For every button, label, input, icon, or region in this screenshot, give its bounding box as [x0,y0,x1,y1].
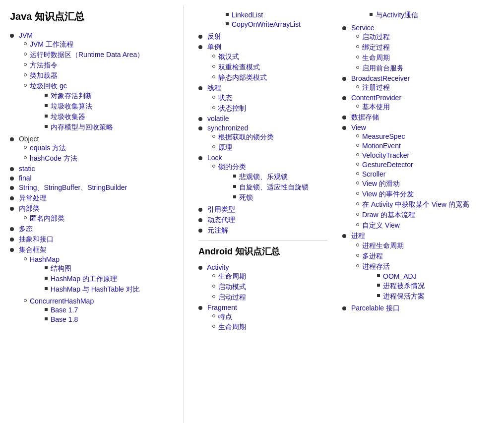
item-link[interactable]: View [351,123,366,131]
item-link[interactable]: 饿汉式 [218,53,239,61]
item-link[interactable]: 抽象和接口 [19,235,54,243]
left-title: Java 知识点汇总 [10,10,178,23]
item-link[interactable]: 结构图 [51,264,71,273]
list-item: 异常处理 [10,194,178,203]
item-link[interactable]: 匿名内部类 [30,214,64,223]
item-link[interactable]: 启用前台服务 [362,64,404,73]
bullet-icon [45,277,48,280]
item-link[interactable]: 绑定过程 [362,43,390,52]
item-link[interactable]: 数据存储 [351,113,379,121]
item-link[interactable]: 悲观锁、乐观锁 [239,173,288,181]
item-link[interactable]: 内部类 [19,204,40,212]
item-link[interactable]: 生命周期 [218,272,246,281]
item-link[interactable]: 垃圾收集器 [51,113,85,121]
item-link[interactable]: 进程生命周期 [362,242,404,250]
item-link[interactable]: 多进程 [362,252,383,261]
item-link[interactable]: 状态控制 [218,104,246,113]
bullet-icon [356,243,359,246]
item-link[interactable]: 元注解 [207,226,228,234]
bullet-icon [212,145,215,148]
item-link[interactable]: 启动过程 [218,293,246,302]
item-link[interactable]: 内存模型与回收策略 [51,123,113,132]
item-link[interactable]: 反射 [207,32,221,40]
item-link[interactable]: HashMap 与 HashTable 对比 [51,285,140,294]
bullet-icon [24,146,27,149]
item-link[interactable]: Draw 的基本流程 [362,211,415,220]
item-link[interactable]: MotionEvent [362,142,401,150]
item-link[interactable]: GestureDetector [362,161,413,169]
bullet-icon [356,153,359,156]
item-link[interactable]: 单例 [207,43,221,51]
item-link[interactable]: 类加载器 [30,71,58,80]
item-link[interactable]: Fragment [207,303,237,311]
item-link[interactable]: 对象存活判断 [51,92,92,101]
bullet-icon [45,94,48,97]
item-link[interactable]: volatile [207,115,229,122]
item-link[interactable]: 动态代理 [207,216,235,224]
bullet-icon [10,238,14,242]
left-list: JVM JVM 工作流程 运行时数据区（Runtime Data Area） 方… [10,31,178,325]
item-link[interactable]: 进程被杀情况 [383,282,425,291]
item-link[interactable]: Parcelable 接口 [351,304,400,312]
item-link[interactable]: synchronized [207,124,249,132]
item-link[interactable]: VelocityTracker [362,151,409,159]
item-link[interactable]: 原理 [218,143,232,152]
item-link[interactable]: 线程 [207,84,221,92]
item-link[interactable]: hashCode 方法 [30,154,77,163]
item-link[interactable]: 与Activity通信 [376,11,418,20]
item-link[interactable]: HashMap 的工作原理 [51,275,117,284]
item-link[interactable]: 在 Activity 中获取某个 View 的宽高 [362,200,469,209]
item-link[interactable]: 进程保活方案 [383,292,425,301]
bullet-icon [356,66,359,69]
item-link[interactable]: Scroller [362,170,385,178]
item-link[interactable]: 状态 [218,94,232,103]
item-link[interactable]: 方法指令 [30,61,58,70]
item-link[interactable]: ContentProvider [351,94,401,102]
item-link[interactable]: 运行时数据区（Runtime Data Area） [30,51,144,60]
item-link[interactable]: 进程 [351,232,365,240]
item-link[interactable]: 自定义 View [362,221,400,230]
item-link[interactable]: 启动过程 [362,33,390,42]
item-link[interactable]: 生命周期 [218,323,246,332]
item-link[interactable]: LinkedList [232,11,263,19]
item-link[interactable]: 特点 [218,312,232,321]
item-link[interactable]: 锁的分类 [218,163,246,171]
item-link[interactable]: 注册过程 [362,83,390,92]
list-item: 静态内部类模式 [212,73,327,82]
item-link[interactable]: Base 1.7 [51,306,78,314]
item-link[interactable]: static [19,165,35,173]
item-link[interactable]: View 的滑动 [362,180,400,188]
item-link[interactable]: View 的事件分发 [362,190,414,199]
item-link[interactable]: 多态 [19,225,33,233]
item-link[interactable]: MeasureSpec [362,132,405,140]
item-link[interactable]: 异常处理 [19,194,47,202]
item-link[interactable]: 根据获取的锁分类 [218,133,274,142]
item-link[interactable]: HashMap [30,255,60,263]
item-link[interactable]: 双重检查模式 [218,63,260,72]
item-link[interactable]: JVM 工作流程 [30,40,73,49]
service-link[interactable]: Service [351,24,375,32]
item-link[interactable]: 引用类型 [207,205,235,213]
item-link[interactable]: 垃圾回收 gc [30,82,67,90]
item-link[interactable]: OOM_ADJ [383,272,417,280]
item-link[interactable]: 生命周期 [362,54,390,62]
item-link[interactable]: 自旋锁、适应性自旋锁 [239,183,309,192]
item-link[interactable]: JVM [19,31,33,39]
item-link[interactable]: final [19,174,32,182]
item-link[interactable]: CopyOnWriteArrayList [232,20,301,28]
item-link[interactable]: Base 1.8 [51,315,78,323]
item-link[interactable]: equals 方法 [30,144,66,153]
item-link[interactable]: 进程存活 [362,262,390,270]
item-link[interactable]: 静态内部类模式 [218,73,267,82]
item-link[interactable]: BroadcastReceiver [351,74,410,82]
item-link[interactable]: 死锁 [239,193,253,202]
list-item: 垃圾收集算法 [45,102,113,111]
item-link[interactable]: 启动模式 [218,283,246,292]
item-link[interactable]: 基本使用 [362,103,390,112]
item-link[interactable]: 集合框架 [19,245,47,253]
item-link[interactable]: String、StringBuffer、StringBuilder [19,183,127,191]
item-link[interactable]: 垃圾收集算法 [51,102,92,111]
item-link[interactable]: Lock [207,154,222,162]
item-link[interactable]: Activity [207,263,229,271]
item-link[interactable]: ConcurrentHashMap [30,297,94,305]
